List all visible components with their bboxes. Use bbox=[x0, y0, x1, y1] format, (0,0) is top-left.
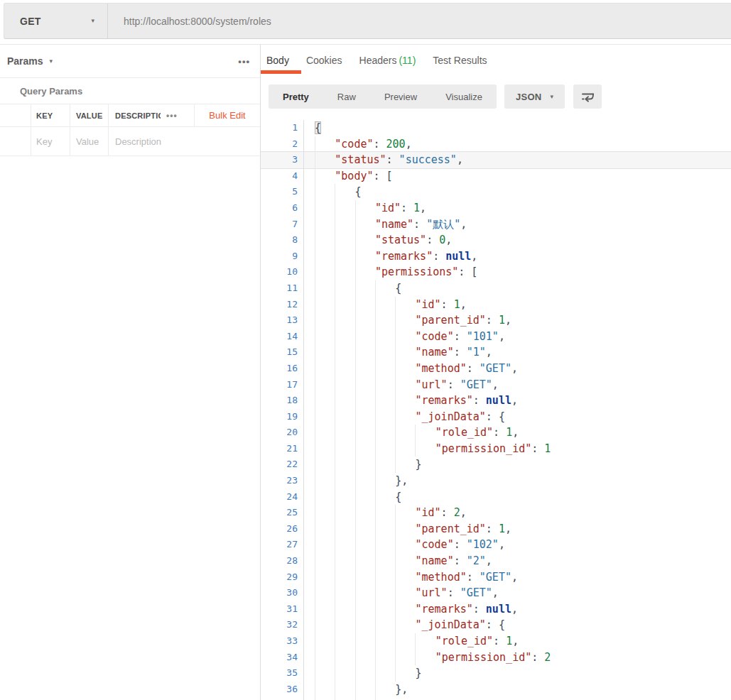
code-line: 35} bbox=[261, 665, 731, 682]
view-mode-visualize[interactable]: Visualize bbox=[431, 92, 497, 102]
key-field[interactable]: Key bbox=[31, 127, 70, 155]
line-number: 12 bbox=[261, 297, 304, 313]
tab-cookies[interactable]: Cookies bbox=[298, 55, 351, 66]
line-number: 20 bbox=[261, 425, 304, 441]
table-row: Key Value Description bbox=[0, 127, 260, 156]
code-line: 8"status": 0, bbox=[261, 232, 731, 248]
line-number: 10 bbox=[261, 264, 304, 280]
line-number: 17 bbox=[261, 377, 304, 393]
line-number: 31 bbox=[261, 601, 304, 618]
code-line: 23}, bbox=[261, 473, 731, 489]
query-params-table: KEY VALUE DESCRIPTION ••• Bulk Edit Key … bbox=[0, 104, 260, 156]
line-number: 25 bbox=[261, 505, 304, 521]
code-line: 25"id": 2, bbox=[261, 505, 731, 521]
chevron-down-icon: ▾ bbox=[551, 94, 554, 100]
line-number: 7 bbox=[261, 217, 304, 233]
line-number: 35 bbox=[261, 665, 304, 682]
code-line: 22} bbox=[261, 456, 731, 473]
line-number: 9 bbox=[261, 248, 304, 265]
line-number: 33 bbox=[261, 633, 304, 650]
line-number: 21 bbox=[261, 441, 304, 457]
code-line: 24{ bbox=[261, 489, 731, 505]
query-params-title: Query Params bbox=[20, 86, 82, 97]
url-input[interactable]: http://localhost:8000/system/roles bbox=[108, 4, 731, 38]
code-line: 15"name": "1", bbox=[261, 344, 731, 361]
request-params-panel: Params ▾ ••• Query Params KEY VALUE DESC… bbox=[0, 45, 261, 700]
code-line: 20"role_id": 1, bbox=[261, 425, 731, 441]
line-number: 23 bbox=[261, 473, 304, 489]
code-line: 26"parent_id": 1, bbox=[261, 521, 731, 537]
code-line: 2"code": 200, bbox=[261, 136, 731, 153]
code-line: 27"code": "102", bbox=[261, 537, 731, 553]
code-line: 14"code": "101", bbox=[261, 329, 731, 345]
code-line: 34"permission_id": 2 bbox=[261, 650, 731, 666]
view-mode-preview[interactable]: Preview bbox=[370, 92, 431, 102]
description-field[interactable]: Description bbox=[108, 127, 260, 155]
code-line: 17"url": "GET", bbox=[261, 377, 731, 393]
format-select[interactable]: JSON ▾ bbox=[504, 84, 565, 109]
description-column-header: DESCRIPTION ••• bbox=[108, 104, 194, 126]
line-number: 3 bbox=[261, 152, 304, 168]
code-line: 29"method": "GET", bbox=[261, 569, 731, 586]
table-header-row: KEY VALUE DESCRIPTION ••• Bulk Edit bbox=[0, 104, 260, 127]
params-toggle[interactable]: Params bbox=[7, 55, 43, 67]
line-number: 29 bbox=[261, 569, 304, 586]
text-wrap-icon bbox=[580, 91, 595, 103]
line-number: 19 bbox=[261, 409, 304, 425]
code-line: 32"_joinData": { bbox=[261, 617, 731, 633]
column-options-icon[interactable]: ••• bbox=[166, 111, 178, 121]
code-line: 3"status": "success", bbox=[261, 152, 731, 168]
line-number: 32 bbox=[261, 617, 304, 633]
wrap-text-button[interactable] bbox=[573, 84, 602, 109]
line-number: 1 bbox=[261, 120, 304, 136]
chevron-down-icon: ▾ bbox=[50, 58, 53, 65]
tab-test-results[interactable]: Test Results bbox=[424, 55, 495, 66]
select-column-header bbox=[0, 104, 31, 126]
line-number: 16 bbox=[261, 361, 304, 377]
code-line: 16"method": "GET", bbox=[261, 361, 731, 377]
chevron-down-icon: ▾ bbox=[91, 18, 94, 24]
code-line: 19"_joinData": { bbox=[261, 409, 731, 425]
bulk-edit-button[interactable]: Bulk Edit bbox=[209, 110, 245, 121]
code-lines: 1{2"code": 200,3"status": "success",4"bo… bbox=[261, 120, 731, 700]
line-number: 28 bbox=[261, 553, 304, 569]
response-panel: Body Cookies Headers(11) Test Results Pr… bbox=[261, 45, 731, 700]
tab-body[interactable]: Body bbox=[266, 55, 298, 66]
value-field[interactable]: Value bbox=[70, 127, 108, 155]
more-options-icon[interactable]: ••• bbox=[238, 56, 250, 67]
method-select[interactable]: GET ▾ bbox=[4, 4, 108, 38]
line-number: 6 bbox=[261, 200, 304, 217]
code-line: 6"id": 1, bbox=[261, 200, 731, 217]
line-number: 8 bbox=[261, 232, 304, 248]
code-line: 28"name": "2", bbox=[261, 553, 731, 569]
view-mode-pretty[interactable]: Pretty bbox=[269, 92, 323, 102]
bulk-edit-cell: Bulk Edit bbox=[194, 104, 260, 126]
code-line: 33"role_id": 1, bbox=[261, 633, 731, 650]
line-number: 22 bbox=[261, 456, 304, 473]
code-line: 5{ bbox=[261, 184, 731, 200]
value-column-header: VALUE bbox=[70, 104, 108, 126]
code-line: 18"remarks": null, bbox=[261, 393, 731, 409]
response-view-toolbar: Pretty Raw Preview Visualize JSON ▾ bbox=[269, 84, 602, 109]
code-line: 31"remarks": null, bbox=[261, 601, 731, 618]
line-number: 24 bbox=[261, 489, 304, 505]
line-number: 37 bbox=[261, 697, 304, 700]
line-number: 13 bbox=[261, 312, 304, 329]
line-number: 36 bbox=[261, 682, 304, 698]
line-number: 30 bbox=[261, 585, 304, 601]
line-number: 14 bbox=[261, 329, 304, 345]
code-line: 9"remarks": null, bbox=[261, 248, 731, 265]
line-number: 27 bbox=[261, 537, 304, 553]
line-number: 18 bbox=[261, 393, 304, 409]
response-body-viewer: 1{2"code": 200,3"status": "success",4"bo… bbox=[261, 120, 731, 700]
code-line: 36}, bbox=[261, 682, 731, 698]
code-line: 37{ bbox=[261, 697, 731, 700]
line-number: 4 bbox=[261, 168, 304, 185]
code-line: 13"parent_id": 1, bbox=[261, 312, 731, 329]
headers-count-badge: (11) bbox=[399, 55, 416, 66]
line-number: 15 bbox=[261, 344, 304, 361]
request-bar: GET ▾ http://localhost:8000/system/roles bbox=[4, 3, 731, 39]
tab-headers[interactable]: Headers(11) bbox=[351, 55, 425, 66]
view-mode-raw[interactable]: Raw bbox=[323, 92, 370, 102]
view-mode-switcher: Pretty Raw Preview Visualize bbox=[269, 84, 497, 109]
